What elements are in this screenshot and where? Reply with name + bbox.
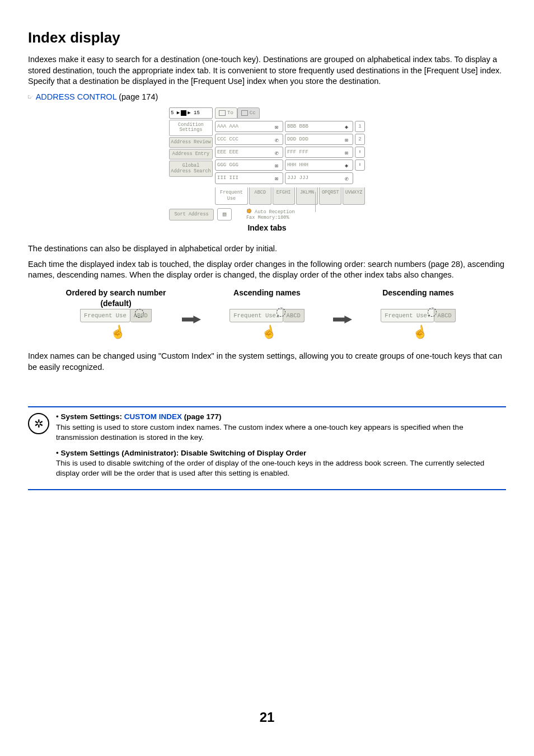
phone-icon: [275, 149, 281, 155]
touch-hand-icon: [410, 324, 427, 341]
address-entry-a[interactable]: AAA AAA: [215, 121, 283, 132]
page-title: Index display: [28, 28, 506, 48]
address-entry-d[interactable]: DDD DDD: [285, 134, 353, 145]
demo-tab-frequent-desc: Frequent Use: [381, 309, 434, 322]
envelope-icon: [219, 110, 226, 116]
arrow-right-icon: [333, 316, 352, 323]
callout-dot-icon: [247, 209, 251, 213]
ordering-diagram: Ordered by search number (default) Frequ…: [28, 288, 506, 341]
address-entry-j[interactable]: JJJ JJJ: [285, 172, 353, 184]
paragraph-alpha-order: The destinations can also be displayed i…: [28, 243, 506, 255]
tab-opqrst[interactable]: OPQRST: [319, 187, 341, 205]
index-tabs-row: Frequent Use ABCD EFGHI JKLMN OPQRST UVW…: [215, 187, 365, 205]
status-text: Auto Reception Fax Memory:100%: [235, 209, 365, 220]
phone-icon: [345, 175, 351, 181]
address-entry-g[interactable]: GGG GGG: [215, 159, 283, 171]
address-entry-f[interactable]: FFF FFF: [285, 147, 353, 158]
info-item-disable-switching: • System Settings (Administrator): Disab…: [56, 448, 506, 479]
address-entry-e[interactable]: EEE EEE: [215, 147, 283, 158]
info-item-custom-index: • System Settings: CUSTOM INDEX (page 17…: [56, 412, 506, 443]
tab-efghi[interactable]: EFGHI: [273, 187, 295, 205]
page-number: 21: [28, 708, 506, 726]
address-entry-b[interactable]: BBB BBB: [285, 121, 353, 132]
address-review-button[interactable]: Address Review: [169, 137, 213, 148]
custom-index-link[interactable]: CUSTOM INDEX: [124, 412, 182, 421]
scroll-down-button[interactable]: ⬇: [355, 159, 365, 171]
envelope-icon: [275, 124, 281, 129]
demo-tab-abcd-asc: ABCD: [283, 309, 305, 322]
page-2-indicator: 2: [355, 134, 365, 145]
address-book-screenshot: 5 ▶ ▶ 15 Condition Settings Address Revi…: [169, 107, 365, 221]
envelope-icon: [241, 110, 248, 116]
address-entry-button[interactable]: Address Entry: [169, 149, 213, 159]
address-entry-h[interactable]: HHH HHH: [285, 159, 353, 171]
crossref-page: (page 174): [116, 92, 158, 101]
envelope-icon: [275, 175, 281, 181]
page-indicator: 5 ▶ ▶ 15: [169, 107, 213, 119]
tab-frequent-use[interactable]: Frequent Use: [215, 187, 248, 205]
paragraph-order-cycle: Each time the displayed index tab is tou…: [28, 259, 506, 281]
info-box: ✲ • System Settings: CUSTOM INDEX (page …: [28, 406, 506, 490]
gear-icon: ✲: [28, 413, 49, 434]
address-control-link[interactable]: ADDRESS CONTROL: [36, 92, 116, 101]
address-entry-c[interactable]: CCC CCC: [215, 134, 283, 145]
ordering-title-descending: Descending names: [382, 288, 454, 309]
cc-tab[interactable]: Cc: [237, 107, 260, 119]
touch-hand-icon: [259, 324, 275, 341]
callout-line: [315, 192, 316, 212]
info-item1-body: This setting is used to store custom ind…: [56, 423, 463, 442]
ordering-title-default: Ordered by search number (default): [60, 288, 172, 309]
page-1-indicator: 1: [355, 121, 365, 132]
condition-settings-button[interactable]: Condition Settings: [169, 120, 213, 136]
envelope-icon: [345, 149, 351, 155]
highlight-circle-icon: [135, 309, 144, 318]
demo-tab-frequent-asc: Frequent Use: [229, 309, 283, 322]
address-entry-i[interactable]: III III: [215, 172, 283, 184]
crossref-line: ☞ ADDRESS CONTROL (page 174): [28, 92, 506, 103]
sort-address-button[interactable]: Sort Address: [169, 209, 214, 220]
touch-hand-icon: [107, 324, 124, 341]
global-address-search-button[interactable]: Global Address Search: [169, 161, 213, 177]
pointer-icon: ☞: [28, 93, 32, 102]
phone-icon: [275, 137, 281, 142]
scroll-up-button[interactable]: ⬆: [355, 147, 365, 158]
demo-tab-abcd-desc: ABCD: [434, 309, 456, 322]
paragraph-custom-index: Index names can be changed using "Custom…: [28, 351, 506, 373]
envelope-icon: [275, 162, 281, 168]
demo-tab-frequent: Frequent Use: [80, 309, 130, 322]
ordering-title-ascending: Ascending names: [233, 288, 301, 309]
intro-paragraph: Indexes make it easy to search for a des…: [28, 54, 506, 87]
envelope-icon: [345, 137, 351, 142]
globe-icon: [345, 162, 351, 168]
info-item2-body: This is used to disable switching of the…: [56, 459, 484, 477]
to-tab[interactable]: To: [215, 107, 237, 119]
tab-abcd[interactable]: ABCD: [249, 187, 271, 205]
tab-uvwxyz[interactable]: UVWXYZ: [343, 187, 365, 205]
arrow-right-icon: [182, 316, 201, 323]
globe-icon: [345, 124, 351, 129]
index-tabs-caption: Index tabs: [28, 223, 506, 233]
preview-icon[interactable]: ▧: [217, 208, 232, 220]
black-box-icon: [181, 110, 186, 116]
